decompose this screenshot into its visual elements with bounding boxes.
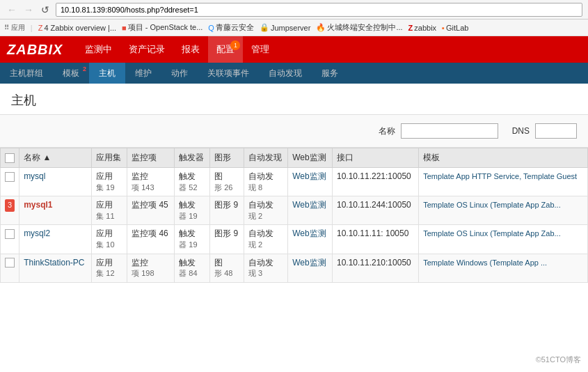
sub-related[interactable]: 关联项事件: [198, 63, 259, 84]
bookmark-icon-5: 🔥: [316, 23, 326, 32]
sub-template[interactable]: 模板 2: [53, 63, 89, 84]
col-header-appset: 应用集: [92, 148, 127, 168]
bookmark-icon-2: ■: [122, 24, 127, 32]
zabbix-logo: ZABBIX: [7, 42, 63, 58]
cell-monitor: 监控项 46: [127, 225, 175, 254]
cell-webmonitor[interactable]: Web监测: [288, 168, 333, 196]
forward-button[interactable]: →: [22, 3, 35, 16]
select-all-checkbox[interactable]: [5, 153, 15, 163]
cell-checkbox: [1, 254, 19, 282]
sub-hostgroup[interactable]: 主机群组: [0, 63, 53, 84]
config-badge: 1: [230, 40, 240, 50]
template-link[interactable]: Template App HTTP Service, Template Gues…: [423, 172, 577, 180]
cell-monitor: 监控项 45: [127, 196, 175, 225]
cell-template[interactable]: Template OS Linux (Template App Zab...: [419, 225, 588, 254]
cell-template[interactable]: Template Windows (Template App ...: [419, 254, 588, 282]
page-title: 主机: [0, 84, 588, 115]
cell-name[interactable]: mysql2: [19, 225, 92, 254]
main-nav: 监测中 资产记录 报表 配置 1 管理: [77, 36, 278, 63]
cell-trigger: 触发 器 84: [175, 254, 210, 282]
nav-monitor[interactable]: 监测中: [77, 36, 120, 63]
col-header-monitor: 监控项: [127, 148, 175, 168]
webmonitor-link[interactable]: Web监测: [292, 228, 326, 238]
template-link[interactable]: Template Windows (Template App ...: [423, 258, 547, 267]
host-link[interactable]: mysql1: [24, 200, 52, 210]
bookmark-gitlab[interactable]: ▪ GitLab: [442, 24, 468, 32]
cell-monitor: 监控 项 198: [127, 254, 175, 282]
bookmark-firewall[interactable]: 🔥 火城终端安全控制中...: [316, 22, 402, 33]
sub-autodiscovery[interactable]: 自动发现: [259, 63, 312, 84]
filter-name-input[interactable]: [401, 123, 498, 139]
row-checkbox[interactable]: [5, 258, 15, 268]
cell-appset: 应用 集 19: [92, 168, 127, 196]
cell-template[interactable]: Template OS Linux (Template App Zab...: [419, 196, 588, 225]
col-header-name[interactable]: 名称 ▲: [19, 148, 92, 168]
col-header-trigger: 触发器: [175, 148, 210, 168]
cell-autodisco: 自动发 现 3: [244, 254, 287, 282]
nav-config[interactable]: 配置 1: [208, 36, 243, 63]
cell-appset: 应用 集 12: [92, 254, 127, 282]
webmonitor-link[interactable]: Web监测: [292, 200, 326, 210]
bookmark-icon-4: 🔒: [260, 23, 269, 32]
col-header-template: 模板: [419, 148, 588, 168]
host-link[interactable]: mysql2: [24, 228, 50, 238]
cell-graph: 图形 9: [210, 225, 244, 254]
cell-name[interactable]: mysql1: [19, 196, 92, 225]
cell-name[interactable]: ThinkStation-PC: [19, 254, 92, 282]
bookmark-icon: Z: [38, 24, 43, 32]
bookmark-zabbix-overview[interactable]: Z 4 Zabbix overview |...: [38, 24, 116, 32]
sub-service[interactable]: 服务: [312, 63, 348, 84]
table-row: ThinkStation-PC 应用 集 12 监控 项 198 触发 器 84…: [1, 254, 588, 282]
template-link[interactable]: Template OS Linux (Template App Zab...: [423, 229, 561, 238]
cell-autodisco: 自动发 现 8: [244, 168, 287, 196]
bookmark-project[interactable]: ■ 项目 - OpenStack te...: [122, 22, 202, 33]
cell-name[interactable]: mysql: [19, 168, 92, 196]
cell-graph: 图形 9: [210, 196, 244, 225]
bookmarks-bar: ⠿ 应用 | Z 4 Zabbix overview |... ■ 项目 - O…: [0, 20, 588, 36]
row-checkbox[interactable]: [5, 229, 15, 239]
bookmark-icon-7: ▪: [442, 24, 445, 32]
col-header-check: [1, 148, 19, 168]
bookmark-zabbix[interactable]: Z zabbix: [408, 24, 437, 32]
cell-template[interactable]: Template App HTTP Service, Template Gues…: [419, 168, 588, 196]
cell-autodisco: 自动发 现 2: [244, 196, 287, 225]
cell-graph: 图 形 48: [210, 254, 244, 282]
table-header-row: 名称 ▲ 应用集 监控项 触发器 图形 自动发现 Web监测 接口 模板: [1, 148, 588, 168]
row-checkbox[interactable]: [5, 172, 15, 182]
nav-assets[interactable]: 资产记录: [120, 36, 173, 63]
nav-reports[interactable]: 报表: [173, 36, 208, 63]
bookmark-jumpserver[interactable]: 🔒 Jumpserver: [260, 23, 310, 32]
col-header-interface: 接口: [332, 148, 418, 168]
host-link[interactable]: mysql: [24, 171, 45, 181]
hosts-table: 名称 ▲ 应用集 监控项 触发器 图形 自动发现 Web监测 接口 模板 mys…: [0, 148, 588, 283]
webmonitor-link[interactable]: Web监测: [292, 258, 326, 268]
filter-dns-input[interactable]: [535, 123, 577, 139]
sub-maintain[interactable]: 维护: [125, 63, 161, 84]
cell-checkbox: [1, 225, 19, 254]
apps-icon[interactable]: ⠿ 应用: [4, 23, 25, 33]
row-badge: 3: [5, 199, 15, 211]
back-button[interactable]: ←: [6, 3, 18, 16]
filter-dns-label: DNS: [512, 126, 530, 136]
cell-webmonitor[interactable]: Web监测: [288, 254, 333, 282]
host-link[interactable]: ThinkStation-PC: [24, 258, 84, 268]
cell-monitor: 监控 项 143: [127, 168, 175, 196]
sub-host[interactable]: 主机: [89, 63, 125, 84]
bookmark-icon-3: Q: [208, 24, 214, 32]
col-header-webmonitor: Web监测: [288, 148, 333, 168]
cell-interface: 10.10.11.244:10050: [332, 196, 418, 225]
refresh-button[interactable]: ↺: [39, 3, 51, 16]
filter-name-label: 名称: [379, 125, 395, 137]
cell-trigger: 触发 器 19: [175, 196, 210, 225]
webmonitor-link[interactable]: Web监测: [292, 171, 326, 181]
sub-nav: 主机群组 模板 2 主机 维护 动作 关联项事件 自动发现 服务: [0, 63, 588, 84]
template-link[interactable]: Template OS Linux (Template App Zab...: [423, 201, 561, 209]
url-bar[interactable]: [56, 3, 582, 17]
cell-webmonitor[interactable]: Web监测: [288, 196, 333, 225]
bookmark-qingteng[interactable]: Q 青藤云安全: [208, 22, 254, 33]
cell-interface: 10.10.11.11: 10050: [332, 225, 418, 254]
zabbix-header: ZABBIX 监测中 资产记录 报表 配置 1 管理: [0, 36, 588, 63]
cell-webmonitor[interactable]: Web监测: [288, 225, 333, 254]
sub-action[interactable]: 动作: [161, 63, 198, 84]
nav-admin[interactable]: 管理: [243, 36, 278, 63]
